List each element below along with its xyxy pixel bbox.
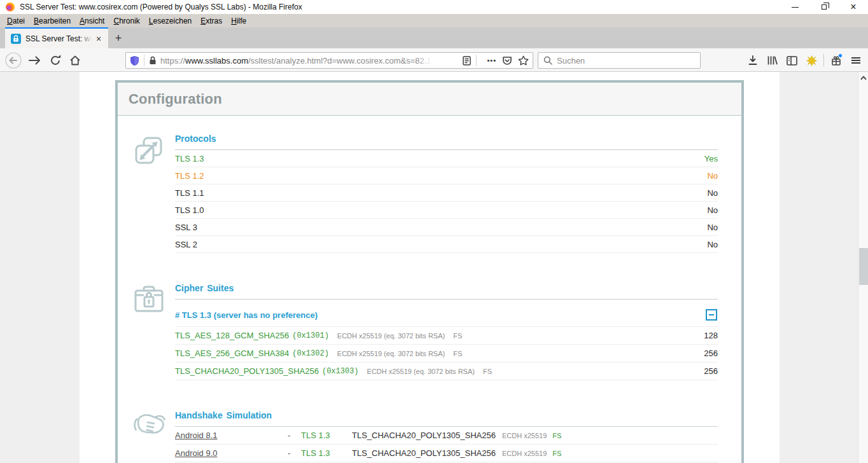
- handshake-client: Android 9.0: [175, 448, 288, 458]
- configuration-panel: Configuration: [115, 80, 744, 463]
- cipher-code: (0x1302): [292, 349, 329, 358]
- toolbar-separator: [823, 54, 824, 67]
- page-actions-button[interactable]: •••: [487, 57, 496, 64]
- menu-bar: Datei Bearbeiten Ansicht Chronik Lesezei…: [0, 14, 868, 27]
- protocol-row: TLS 1.1 No: [175, 184, 718, 202]
- handshake-separator: -: [288, 431, 301, 440]
- menu-chronik[interactable]: Chronik: [109, 15, 144, 27]
- minimize-icon: [792, 7, 799, 8]
- vertical-scrollbar[interactable]: [858, 72, 868, 463]
- client-link[interactable]: Android 9.0: [175, 448, 218, 458]
- download-icon: [748, 55, 758, 66]
- restore-icon: [822, 4, 827, 10]
- page-viewport: Configuration: [0, 72, 868, 463]
- url-fade: [417, 56, 431, 66]
- reader-mode-button[interactable]: [462, 56, 472, 66]
- search-bar[interactable]: [538, 52, 701, 69]
- menu-ansicht[interactable]: Ansicht: [75, 15, 109, 27]
- cipher-row: TLS_AES_256_GCM_SHA384 (0x1302) ECDH x25…: [175, 345, 718, 363]
- protocol-name: TLS 1.0: [175, 205, 204, 215]
- browser-window: SSL Server Test: www.cosirex.com (Powere…: [0, 0, 868, 463]
- protocols-section: Protocols TLS 1.3 Yes TLS 1.2 No TLS 1.1…: [118, 134, 741, 253]
- menu-bearbeiten[interactable]: Bearbeiten: [29, 15, 75, 27]
- protocol-name: TLS 1.1: [175, 188, 204, 198]
- cipher-key-exchange: ECDH x25519 (eq. 3072 bits RSA): [337, 332, 445, 340]
- cipher-code: (0x1303): [322, 367, 359, 376]
- handshake-row: Android 8.1 - TLS 1.3 TLS_CHACHA20_POLY1…: [175, 427, 718, 445]
- pocket-button[interactable]: [502, 56, 512, 66]
- extension-button[interactable]: [802, 51, 822, 70]
- menu-hilfe[interactable]: Hilfe: [227, 15, 251, 27]
- protocol-value: Yes: [704, 154, 718, 163]
- url-host: www.ssllabs.com: [185, 56, 248, 66]
- urlbar-separator: [144, 55, 144, 66]
- library-button[interactable]: [762, 51, 782, 70]
- minimize-button[interactable]: [780, 0, 809, 14]
- protocol-row: TLS 1.0 No: [175, 202, 718, 219]
- pocket-icon: [502, 56, 512, 66]
- handshake-fs-flag: FS: [552, 432, 561, 439]
- handshake-client: Android 8.1: [175, 431, 288, 440]
- handshake-key-exchange: ECDH x25519: [502, 432, 547, 439]
- sidebar-toggle-button[interactable]: [782, 51, 802, 70]
- cipher-fs-flag: FS: [483, 368, 492, 375]
- cipher-suites-heading: Cipher Suites: [175, 283, 718, 300]
- scrollbar-thumb[interactable]: [859, 248, 868, 285]
- protocol-row: SSL 2 No: [175, 236, 718, 253]
- cipher-key-exchange: ECDH x25519 (eq. 3072 bits RSA): [337, 350, 445, 357]
- handshake-protocol: TLS 1.3: [301, 448, 352, 458]
- downloads-button[interactable]: [743, 51, 762, 70]
- tab-bar: SSL Server Test: www.cosirex.co × +: [0, 27, 868, 48]
- handshake-heading: Handshake Simulation: [175, 410, 718, 427]
- collapse-button[interactable]: [706, 309, 717, 321]
- protocols-heading: Protocols: [175, 134, 718, 150]
- menu-datei[interactable]: Datei: [3, 15, 29, 27]
- cipher-name: TLS_CHACHA20_POLY1305_SHA256: [175, 366, 319, 376]
- minus-icon: [709, 314, 714, 315]
- tab-title: SSL Server Test: www.cosirex.co: [25, 34, 92, 43]
- whats-new-button[interactable]: [826, 51, 846, 70]
- close-button[interactable]: ×: [839, 0, 868, 14]
- protocols-icon: [118, 134, 175, 253]
- cipher-group-label: # TLS 1.3 (server has no preference): [175, 310, 318, 320]
- reload-icon: [50, 55, 61, 66]
- restore-button[interactable]: [809, 0, 839, 14]
- back-icon: [4, 51, 23, 70]
- handshake-separator: -: [288, 448, 301, 458]
- protocol-name: TLS 1.3: [175, 154, 204, 163]
- cipher-strength: 128: [704, 331, 718, 340]
- cipher-suites-icon: [118, 283, 175, 380]
- reload-button[interactable]: [46, 51, 65, 70]
- forward-button[interactable]: [25, 51, 44, 70]
- cipher-fs-flag: FS: [453, 332, 462, 340]
- library-icon: [767, 55, 778, 66]
- scroll-up-button[interactable]: [860, 74, 867, 81]
- cipher-fs-flag: FS: [453, 350, 462, 357]
- bookmark-star-button[interactable]: [518, 55, 529, 66]
- protocol-name: SSL 2: [175, 240, 197, 249]
- cipher-suites-section: Cipher Suites # TLS 1.3 (server has no p…: [118, 283, 741, 380]
- page-title: Configuration: [118, 83, 741, 116]
- page-actions-separator: [476, 55, 477, 66]
- protocol-row: SSL 3 No: [175, 219, 718, 236]
- https-lock-icon: [149, 56, 157, 65]
- handshake-row: Android 9.0 - TLS 1.3 TLS_CHACHA20_POLY1…: [175, 445, 718, 462]
- sidebar-icon: [787, 56, 797, 66]
- cipher-row: TLS_CHACHA20_POLY1305_SHA256 (0x1303) EC…: [175, 363, 718, 380]
- url-bar[interactable]: https://www.ssllabs.com/ssltest/analyze.…: [125, 52, 533, 69]
- menu-lesezeichen[interactable]: Lesezeichen: [144, 15, 196, 27]
- cipher-row: TLS_AES_128_GCM_SHA256 (0x1301) ECDH x25…: [175, 327, 718, 345]
- back-button[interactable]: [4, 51, 23, 70]
- search-input[interactable]: [557, 56, 684, 66]
- home-icon: [69, 54, 81, 67]
- app-menu-button[interactable]: [846, 51, 865, 70]
- home-button[interactable]: [66, 51, 85, 70]
- close-icon: ×: [850, 1, 856, 13]
- tab-close-icon[interactable]: ×: [93, 34, 104, 44]
- tab-ssl-server-test[interactable]: SSL Server Test: www.cosirex.co ×: [5, 27, 108, 48]
- menu-extras[interactable]: Extras: [196, 15, 227, 27]
- search-icon: [543, 56, 552, 65]
- client-link[interactable]: Android 8.1: [175, 431, 218, 440]
- new-tab-button[interactable]: +: [109, 29, 127, 47]
- cipher-name: TLS_AES_128_GCM_SHA256: [175, 331, 289, 340]
